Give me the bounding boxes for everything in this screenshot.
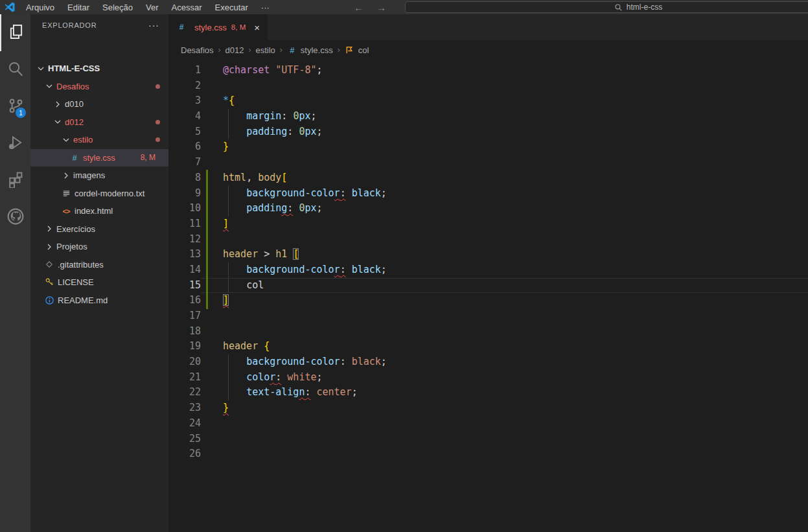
vscode-logo-icon — [0, 0, 19, 14]
code-line-4[interactable]: 4 margin: 0px; — [168, 109, 808, 124]
code-line-6[interactable]: 6} — [168, 139, 808, 155]
forward-icon[interactable]: → — [376, 0, 386, 14]
activitybar-source-control[interactable]: 1 — [0, 88, 30, 125]
sidebar-item-d012[interactable]: d012 — [30, 113, 168, 132]
code-line-15[interactable]: 15 col — [168, 278, 808, 294]
search-icon — [7, 60, 24, 80]
command-center-search[interactable]: html-e-css — [405, 1, 808, 13]
code-line-2[interactable]: 2 — [168, 78, 808, 94]
activitybar-github[interactable] — [0, 199, 30, 236]
explorer-more-icon[interactable]: ··· — [148, 20, 159, 30]
menu-arquivo[interactable]: Arquivo — [19, 0, 61, 14]
git-added-gutter — [206, 216, 208, 233]
line-number: 12 — [168, 232, 201, 248]
code-line-3[interactable]: 3*{ — [168, 93, 808, 109]
code-line-14[interactable]: 14 background-color: black; — [168, 262, 808, 278]
git-added-gutter — [206, 262, 208, 279]
extensions-icon — [7, 171, 24, 191]
sidebar-item-license[interactable]: LICENSE — [30, 273, 168, 292]
breadcrumb-separator-icon: › — [249, 45, 251, 54]
breadcrumb-item-d012[interactable]: d012 — [225, 45, 244, 55]
line-number: 22 — [168, 385, 201, 400]
code-line-8[interactable]: 8html, body[ — [168, 170, 808, 186]
menu-[interactable]: ··· — [255, 0, 276, 14]
chevron-down-icon — [36, 64, 46, 74]
item-label: imagens — [73, 170, 105, 180]
code-text: *{ — [201, 93, 808, 109]
git-added-gutter — [206, 278, 208, 294]
git-file-icon — [44, 259, 54, 270]
git-added-gutter — [206, 292, 208, 309]
code-line-24[interactable]: 24 — [168, 416, 808, 432]
sidebar-item-d010[interactable]: d010 — [30, 95, 168, 113]
code-line-18[interactable]: 18 — [168, 324, 808, 340]
breadcrumb-item-desafios[interactable]: Desafios — [181, 45, 214, 55]
code-line-13[interactable]: 13header > h1 [ — [168, 247, 808, 262]
sidebar-item-imagens[interactable]: imagens — [30, 167, 168, 185]
code-line-12[interactable]: 12 — [168, 232, 808, 248]
activitybar-files[interactable] — [0, 14, 30, 51]
item-label: cordel-moderno.txt — [75, 189, 144, 198]
css-file-icon: # — [287, 45, 297, 55]
line-number: 15 — [168, 278, 201, 294]
code-line-10[interactable]: 10 padding: 0px; — [168, 201, 808, 216]
code-editor[interactable]: 1@charset "UTF-8";23*{4 margin: 0px;5 pa… — [168, 60, 808, 532]
code-line-9[interactable]: 9 background-color: black; — [168, 186, 808, 202]
code-text: ] — [201, 293, 808, 308]
line-number: 2 — [168, 78, 201, 94]
code-text: } — [201, 400, 808, 416]
sidebar-item-cordel-moderno-txt[interactable]: cordel-moderno.txt — [30, 185, 168, 203]
menu-editar[interactable]: Editar — [61, 0, 96, 14]
item-label: LICENSE — [58, 277, 94, 287]
tab-label: style.css — [194, 23, 227, 32]
sidebar-item-exerc-cios[interactable]: Exercícios — [30, 220, 168, 238]
activitybar-run-debug[interactable] — [0, 125, 30, 162]
code-line-22[interactable]: 22 text-align: center; — [168, 385, 808, 400]
code-line-7[interactable]: 7 — [168, 155, 808, 170]
code-line-25[interactable]: 25 — [168, 432, 808, 447]
symbol-icon — [345, 45, 355, 55]
code-text: ] — [201, 216, 808, 232]
code-line-21[interactable]: 21 color: white; — [168, 370, 808, 386]
breadcrumb-separator-icon: › — [338, 45, 340, 54]
code-line-5[interactable]: 5 padding: 0px; — [168, 124, 808, 140]
code-line-1[interactable]: 1@charset "UTF-8"; — [168, 63, 808, 78]
close-icon[interactable]: × — [254, 23, 260, 32]
breadcrumb-item-estilo[interactable]: estilo — [256, 45, 275, 55]
tab-style-css[interactable]: # style.css 8, M × — [168, 14, 268, 40]
txt-file-icon — [61, 188, 71, 198]
activitybar-extensions[interactable] — [0, 162, 30, 199]
code-line-19[interactable]: 19header { — [168, 339, 808, 354]
breadcrumb-item-style-css[interactable]: #style.css — [287, 45, 333, 55]
code-line-11[interactable]: 11] — [168, 216, 808, 232]
line-number: 18 — [168, 324, 201, 340]
code-line-20[interactable]: 20 background-color: black; — [168, 354, 808, 370]
sidebar-item-estilo[interactable]: estilo — [30, 131, 168, 149]
sidebar-item-html-e-css[interactable]: HTML-E-CSS — [30, 60, 168, 78]
code-line-17[interactable]: 17 — [168, 308, 808, 324]
back-icon[interactable]: ← — [354, 0, 364, 14]
sidebar-item--gitattributes[interactable]: .gitattributes — [30, 256, 168, 274]
modified-dot-icon — [156, 84, 160, 89]
line-number: 25 — [168, 432, 201, 447]
sidebar-item-style-css[interactable]: #style.css8, M — [30, 149, 168, 167]
breadcrumb-item-col[interactable]: col — [345, 45, 369, 55]
sidebar-item-index-html[interactable]: <>index.html — [30, 202, 168, 220]
code-text: padding: 0px; — [201, 201, 808, 216]
code-line-26[interactable]: 26 — [168, 446, 808, 462]
breadcrumb-separator-icon: › — [280, 45, 283, 54]
line-number: 5 — [168, 124, 201, 140]
activitybar-search[interactable] — [0, 51, 30, 88]
sidebar-item-readme-md[interactable]: README.md — [30, 292, 168, 310]
menu-ver[interactable]: Ver — [139, 0, 165, 14]
code-line-16[interactable]: 16] — [168, 293, 808, 308]
css-file-icon: # — [69, 152, 80, 163]
code-line-23[interactable]: 23} — [168, 400, 808, 416]
sidebar-item-desafios[interactable]: Desafios — [30, 78, 168, 96]
line-number: 3 — [168, 93, 201, 109]
sidebar-item-projetos[interactable]: Projetos — [30, 238, 168, 256]
code-text: @charset "UTF-8"; — [201, 63, 808, 78]
menu-seleo[interactable]: Seleção — [96, 0, 139, 14]
menu-acessar[interactable]: Acessar — [165, 0, 209, 14]
menu-executar[interactable]: Executar — [209, 0, 255, 14]
